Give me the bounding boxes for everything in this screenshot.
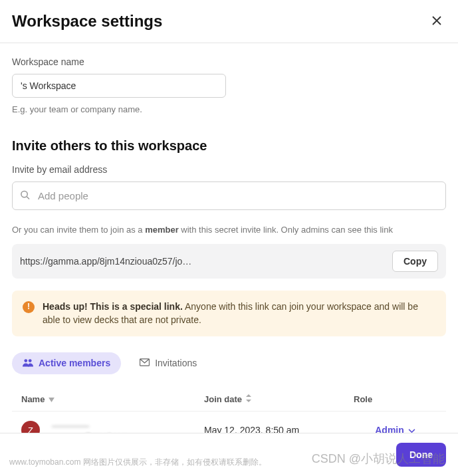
- close-button[interactable]: [429, 13, 445, 31]
- add-people-input[interactable]: [12, 181, 446, 210]
- workspace-name-label: Workspace name: [12, 57, 446, 67]
- tab-invitations-label: Invitations: [155, 358, 197, 368]
- members-icon: [23, 358, 33, 369]
- invite-section-title: Invite others to this workspace: [12, 138, 446, 154]
- workspace-name-hint: E.g. your team or company name.: [12, 104, 446, 114]
- invite-link-text: https://gamma.app/8jm14nzioua0z57/jo…: [20, 256, 386, 267]
- workspace-name-input[interactable]: [12, 74, 226, 98]
- invite-link-row: https://gamma.app/8jm14nzioua0z57/jo… Co…: [12, 244, 446, 279]
- warning-banner: ! Heads up! This is a special link. Anyo…: [12, 291, 446, 336]
- invite-email-label: Invite by email address: [12, 164, 446, 175]
- done-button[interactable]: Done: [396, 443, 446, 467]
- copy-link-button[interactable]: Copy: [392, 251, 438, 272]
- sort-desc-icon: [49, 394, 55, 404]
- invite-link-description: Or you can invite them to join as a memb…: [12, 225, 446, 235]
- envelope-icon: [140, 358, 150, 368]
- sort-icon: [246, 394, 251, 404]
- page-title: Workspace settings: [12, 12, 162, 31]
- svg-point-0: [21, 191, 27, 197]
- search-icon: [20, 189, 30, 202]
- member-name: ————: [52, 419, 128, 431]
- warning-icon: !: [23, 301, 35, 313]
- column-header-role: Role: [354, 394, 437, 404]
- column-header-name[interactable]: Name: [21, 394, 204, 404]
- tab-active-members-label: Active members: [39, 358, 110, 368]
- tab-invitations[interactable]: Invitations: [129, 352, 207, 374]
- watermark-attribution: www.toymoban.com 网络图片仅供展示，非存储，如有侵权请联系删除。: [9, 457, 267, 468]
- close-icon: [431, 15, 442, 26]
- svg-point-2: [29, 359, 32, 362]
- svg-point-1: [24, 359, 27, 362]
- tab-active-members[interactable]: Active members: [12, 352, 121, 374]
- column-header-join-date[interactable]: Join date: [204, 394, 354, 404]
